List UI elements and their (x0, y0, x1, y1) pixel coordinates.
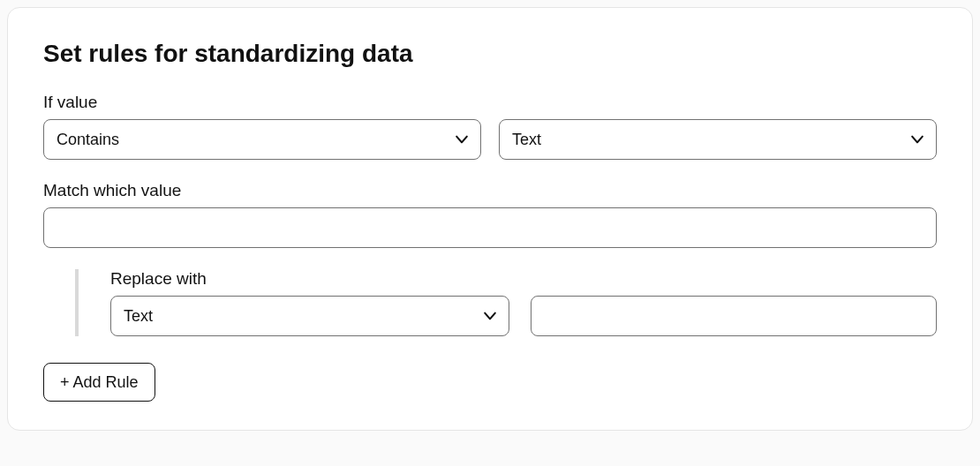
replace-type-select-value: Text (124, 307, 153, 325)
type-select[interactable]: Text (499, 119, 937, 160)
rules-card: Set rules for standardizing data If valu… (7, 7, 973, 431)
replace-label: Replace with (110, 269, 937, 289)
type-select-value: Text (512, 131, 541, 148)
condition-row: Contains Text (43, 119, 937, 160)
condition-select-value: Contains (57, 131, 119, 148)
card-title: Set rules for standardizing data (43, 40, 937, 68)
add-rule-button-label: + Add Rule (60, 373, 139, 392)
type-select-wrap: Text (499, 119, 937, 160)
match-section: Match which value (43, 181, 937, 248)
replace-inner: Replace with Text (75, 269, 937, 336)
replace-value-input[interactable] (531, 296, 937, 336)
replace-value-input-wrap (531, 296, 937, 336)
condition-select[interactable]: Contains (43, 119, 481, 160)
if-value-label: If value (43, 93, 937, 112)
replace-row: Text (110, 296, 937, 336)
replace-block: Replace with Text (43, 269, 937, 336)
condition-select-wrap: Contains (43, 119, 481, 160)
replace-type-select-wrap: Text (110, 296, 509, 336)
match-label: Match which value (43, 181, 937, 200)
match-input-wrap (43, 207, 937, 248)
add-rule-button[interactable]: + Add Rule (43, 363, 155, 402)
replace-type-select[interactable]: Text (110, 296, 509, 336)
match-input[interactable] (43, 207, 937, 248)
